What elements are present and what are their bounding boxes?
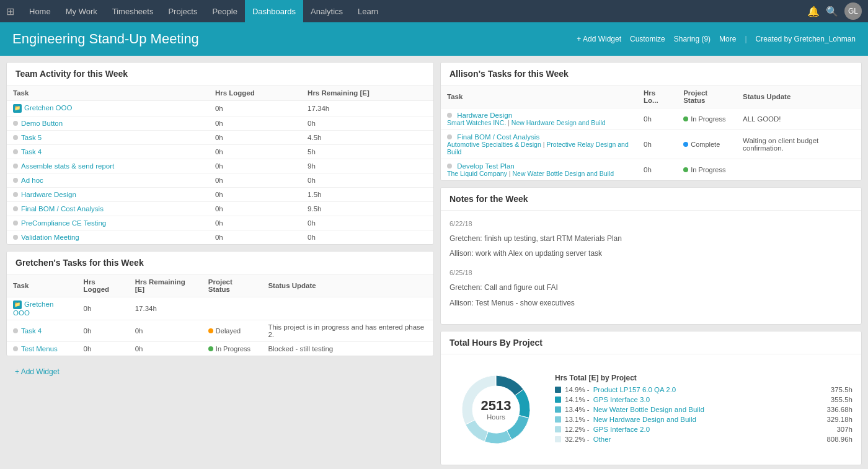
search-icon[interactable]: 🔍 [826, 6, 838, 17]
col-task: Task [7, 85, 209, 101]
legend-project-link[interactable]: GPS Interface 2.0 [593, 426, 833, 433]
team-activity-widget: Team Activity for this Week Task Hrs Log… [6, 62, 434, 245]
task-link[interactable]: PreCompliance CE Testing [21, 219, 106, 227]
legend-value: 808.96h [826, 436, 852, 443]
hrs-remaining-cell: 4.5h [301, 131, 433, 145]
nav-link-home[interactable]: Home [22, 0, 58, 22]
task-link[interactable]: Gretchen OOO [24, 104, 72, 112]
nav-link-people[interactable]: People [205, 0, 244, 22]
donut-label: Hours [481, 413, 512, 421]
add-widget-left-btn[interactable]: + Add Widget [6, 362, 434, 381]
legend-pct: 13.1% - [565, 416, 590, 423]
team-activity-title: Team Activity for this Week [7, 63, 433, 85]
nav-link-timesheets[interactable]: Timesheets [105, 0, 161, 22]
right-column: Allison's Tasks for this Week Task Hrs L… [440, 62, 862, 469]
task-link[interactable]: Develop Test Plan [457, 162, 514, 170]
legend-color [555, 416, 561, 423]
hrs-logged-cell: 0h [637, 159, 677, 181]
avatar[interactable]: GL [844, 2, 862, 20]
legend-project-link[interactable]: Product LP157 6.0 QA 2.0 [593, 386, 827, 393]
notification-bell-icon[interactable]: 🔔 [807, 6, 820, 17]
task-link[interactable]: Task 4 [21, 327, 42, 335]
client-link[interactable]: Automotive Specialties & Design [447, 141, 541, 148]
notes-body: 6/22/18Gretchen: finish up testing, star… [441, 211, 861, 324]
hrs-logged-cell: 0h [78, 342, 129, 356]
customize-btn[interactable]: Customize [630, 35, 665, 43]
col-hrs-logged: Hrs Lo... [637, 85, 677, 108]
task-link[interactable]: Final BOM / Cost Analysis [21, 205, 104, 213]
col-project-status: Project Status [677, 85, 737, 108]
chart-section: 2513 Hours Hrs Total [E] by Project 14.9… [441, 354, 861, 465]
col-project-status: Project Status [202, 274, 262, 297]
grid-icon[interactable]: ⊞ [6, 6, 14, 17]
task-link[interactable]: Validation Meeting [21, 234, 79, 241]
task-cell: PreCompliance CE Testing [7, 216, 209, 230]
task-bullet [13, 221, 18, 226]
task-sub: The Liquid Company | New Water Bottle De… [447, 170, 631, 177]
legend-project-link[interactable]: New Hardware Design and Build [593, 416, 823, 423]
task-link[interactable]: Ad hoc [21, 177, 43, 184]
left-column: Team Activity for this Week Task Hrs Log… [6, 62, 434, 469]
task-link[interactable]: Hardware Design [21, 191, 76, 198]
project-link[interactable]: New Water Bottle Design and Build [512, 170, 614, 177]
hrs-remaining-cell: 1.5h [301, 188, 433, 202]
project-link[interactable]: New Hardware Design and Build [512, 119, 606, 126]
more-btn[interactable]: More [719, 35, 736, 43]
hrs-logged-cell: 0h [637, 130, 677, 159]
status-cell: Complete [677, 130, 737, 159]
add-widget-header-btn[interactable]: + Add Widget [577, 35, 621, 43]
page-title: Engineering Stand-Up Meeting [12, 31, 199, 47]
task-cell: Assemble stats & send report [7, 159, 209, 173]
notes-date: 6/25/18 [450, 267, 852, 279]
task-link[interactable]: Demo Button [21, 120, 63, 127]
task-link[interactable]: Task 4 [21, 148, 42, 156]
nav-link-analytics[interactable]: Analytics [303, 0, 350, 22]
status-badge: Complete [683, 141, 720, 148]
status-update-cell: ALL GOOD! [737, 108, 861, 130]
status-badge: In Progress [208, 345, 250, 353]
donut-hours: 2513 [481, 398, 512, 413]
hrs-remaining-cell: 17.34h [301, 101, 433, 116]
nav-link-learn[interactable]: Learn [350, 0, 386, 22]
legend-project-link[interactable]: Other [593, 436, 823, 443]
task-link[interactable]: Test Menus [21, 345, 58, 353]
nav-link-dashboards[interactable]: Dashboards [245, 0, 303, 22]
client-link[interactable]: Smart Watches INC. [447, 119, 506, 126]
hrs-logged-cell: 0h [209, 230, 301, 245]
task-bullet [447, 164, 452, 169]
status-update-cell: This project is in progress and has ente… [262, 320, 433, 342]
task-cell: Final BOM / Cost Analysis [7, 202, 209, 216]
client-link[interactable]: The Liquid Company [447, 170, 507, 177]
task-link[interactable]: Hardware Design [457, 112, 512, 119]
hrs-remaining-cell: 9.5h [301, 202, 433, 216]
hrs-remaining-cell: 0h [301, 173, 433, 188]
nav-link-my-work[interactable]: My Work [58, 0, 105, 22]
task-link[interactable]: Task 5 [21, 134, 42, 141]
status-cell: Delayed [202, 320, 262, 342]
sharing-btn[interactable]: Sharing (9) [674, 35, 711, 43]
legend-color [555, 387, 561, 393]
task-cell: 📁Gretchen OOO [7, 101, 209, 116]
status-dot [683, 142, 688, 147]
nav-link-projects[interactable]: Projects [161, 0, 205, 22]
task-bullet [13, 206, 18, 211]
task-link[interactable]: Assemble stats & send report [21, 162, 114, 170]
task-link[interactable]: Final BOM / Cost Analysis [457, 133, 539, 141]
task-cell: Develop Test Plan The Liquid Company | N… [441, 159, 637, 181]
task-cell: Demo Button [7, 116, 209, 131]
status-cell: In Progress [677, 159, 737, 181]
task-bullet [13, 178, 18, 183]
task-sub: Smart Watches INC. | New Hardware Design… [447, 119, 631, 126]
legend-pct: 12.2% - [565, 426, 590, 433]
task-icon: 📁 [13, 104, 22, 113]
hrs-logged-cell: 0h [209, 145, 301, 159]
legend-project-link[interactable]: GPS Interface 3.0 [593, 396, 827, 403]
task-cell: Task 4 [7, 145, 209, 159]
status-update-cell: Blocked - still testing [262, 342, 433, 356]
nav-bar: ⊞ HomeMy WorkTimesheetsProjectsPeopleDas… [0, 0, 868, 22]
status-dot [208, 328, 213, 333]
hrs-logged-cell: 0h [209, 173, 301, 188]
table-row: Final BOM / Cost Analysis Automotive Spe… [441, 130, 861, 159]
hrs-remaining-cell: 9h [301, 159, 433, 173]
legend-project-link[interactable]: New Water Bottle Design and Build [593, 406, 823, 413]
